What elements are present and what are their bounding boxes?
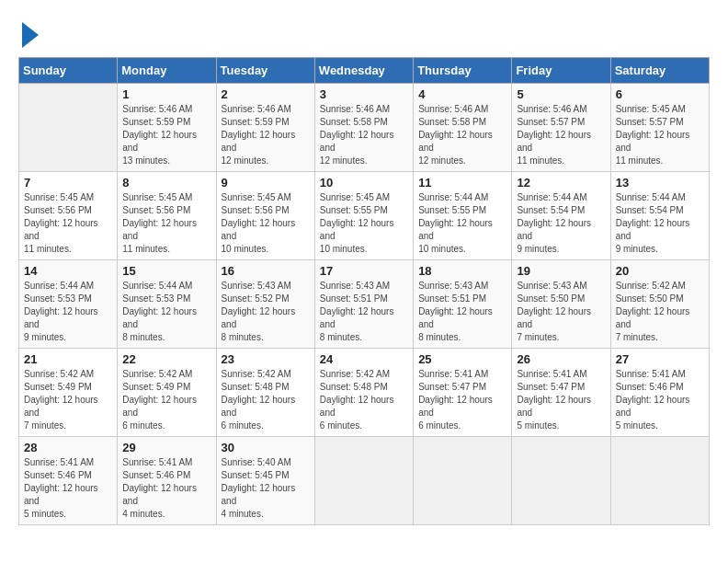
day-number: 27 [616, 352, 704, 366]
calendar-table: SundayMondayTuesdayWednesdayThursdayFrid… [18, 57, 710, 525]
week-row-4: 21Sunrise: 5:42 AMSunset: 5:49 PMDayligh… [19, 349, 710, 437]
day-info: Sunrise: 5:45 AMSunset: 5:56 PMDaylight:… [24, 191, 112, 256]
day-info: Sunrise: 5:45 AMSunset: 5:57 PMDaylight:… [616, 103, 704, 167]
calendar-cell: 6Sunrise: 5:45 AMSunset: 5:57 PMDaylight… [610, 84, 709, 172]
weekday-header-sunday: Sunday [19, 58, 118, 84]
logo-arrow-icon [22, 22, 39, 48]
calendar-cell: 22Sunrise: 5:42 AMSunset: 5:49 PMDayligh… [118, 349, 216, 437]
day-number: 16 [222, 264, 310, 278]
calendar-cell: 11Sunrise: 5:44 AMSunset: 5:55 PMDayligh… [414, 172, 512, 260]
calendar-cell: 3Sunrise: 5:46 AMSunset: 5:58 PMDaylight… [314, 84, 413, 172]
day-number: 24 [320, 352, 408, 366]
calendar-cell [414, 437, 512, 525]
day-info: Sunrise: 5:42 AMSunset: 5:50 PMDaylight:… [616, 280, 704, 344]
calendar-cell: 28Sunrise: 5:41 AMSunset: 5:46 PMDayligh… [19, 437, 118, 525]
week-row-2: 7Sunrise: 5:45 AMSunset: 5:56 PMDaylight… [19, 172, 710, 260]
day-number: 30 [222, 441, 310, 454]
day-number: 22 [122, 352, 210, 366]
day-number: 26 [517, 352, 605, 366]
day-number: 11 [418, 176, 506, 190]
day-number: 3 [320, 87, 408, 101]
week-row-5: 28Sunrise: 5:41 AMSunset: 5:46 PMDayligh… [19, 437, 710, 525]
calendar-cell: 7Sunrise: 5:45 AMSunset: 5:56 PMDaylight… [19, 172, 118, 260]
calendar-cell: 9Sunrise: 5:45 AMSunset: 5:56 PMDaylight… [216, 172, 314, 260]
calendar-cell [19, 84, 118, 172]
day-info: Sunrise: 5:41 AMSunset: 5:46 PMDaylight:… [122, 456, 210, 521]
weekday-header-tuesday: Tuesday [216, 58, 314, 84]
day-info: Sunrise: 5:42 AMSunset: 5:48 PMDaylight:… [222, 368, 310, 432]
day-number: 4 [418, 87, 506, 101]
weekday-header-wednesday: Wednesday [314, 58, 413, 84]
calendar-cell: 2Sunrise: 5:46 AMSunset: 5:59 PMDaylight… [216, 84, 314, 172]
day-number: 25 [418, 352, 506, 366]
calendar-cell: 18Sunrise: 5:43 AMSunset: 5:51 PMDayligh… [414, 260, 512, 349]
day-info: Sunrise: 5:46 AMSunset: 5:59 PMDaylight:… [122, 103, 210, 167]
calendar-cell: 8Sunrise: 5:45 AMSunset: 5:56 PMDaylight… [118, 172, 216, 260]
calendar-cell: 14Sunrise: 5:44 AMSunset: 5:53 PMDayligh… [19, 260, 118, 349]
day-info: Sunrise: 5:46 AMSunset: 5:58 PMDaylight:… [320, 103, 408, 167]
day-info: Sunrise: 5:44 AMSunset: 5:55 PMDaylight:… [418, 191, 506, 256]
day-number: 9 [222, 176, 310, 190]
day-info: Sunrise: 5:46 AMSunset: 5:58 PMDaylight:… [418, 103, 506, 167]
calendar-cell: 1Sunrise: 5:46 AMSunset: 5:59 PMDaylight… [118, 84, 216, 172]
calendar-cell: 13Sunrise: 5:44 AMSunset: 5:54 PMDayligh… [610, 172, 709, 260]
day-info: Sunrise: 5:44 AMSunset: 5:54 PMDaylight:… [517, 191, 605, 256]
day-number: 14 [24, 264, 112, 278]
day-number: 23 [222, 352, 310, 366]
calendar-cell: 4Sunrise: 5:46 AMSunset: 5:58 PMDaylight… [414, 84, 512, 172]
day-number: 13 [616, 176, 704, 190]
day-info: Sunrise: 5:44 AMSunset: 5:53 PMDaylight:… [122, 280, 210, 344]
day-info: Sunrise: 5:45 AMSunset: 5:56 PMDaylight:… [122, 191, 210, 256]
day-info: Sunrise: 5:46 AMSunset: 5:57 PMDaylight:… [517, 103, 605, 167]
day-number: 1 [122, 87, 210, 101]
day-info: Sunrise: 5:40 AMSunset: 5:45 PMDaylight:… [222, 456, 310, 521]
calendar-cell: 23Sunrise: 5:42 AMSunset: 5:48 PMDayligh… [216, 349, 314, 437]
calendar-cell: 25Sunrise: 5:41 AMSunset: 5:47 PMDayligh… [414, 349, 512, 437]
weekday-header-saturday: Saturday [610, 58, 709, 84]
calendar-cell: 5Sunrise: 5:46 AMSunset: 5:57 PMDaylight… [512, 84, 610, 172]
day-info: Sunrise: 5:41 AMSunset: 5:47 PMDaylight:… [517, 368, 605, 432]
day-number: 21 [24, 352, 112, 366]
day-info: Sunrise: 5:46 AMSunset: 5:59 PMDaylight:… [222, 103, 310, 167]
day-info: Sunrise: 5:45 AMSunset: 5:55 PMDaylight:… [320, 191, 408, 256]
day-info: Sunrise: 5:43 AMSunset: 5:51 PMDaylight:… [320, 280, 408, 344]
calendar-cell: 17Sunrise: 5:43 AMSunset: 5:51 PMDayligh… [314, 260, 413, 349]
calendar-cell: 21Sunrise: 5:42 AMSunset: 5:49 PMDayligh… [19, 349, 118, 437]
day-info: Sunrise: 5:43 AMSunset: 5:51 PMDaylight:… [418, 280, 506, 344]
calendar-cell [512, 437, 610, 525]
calendar-cell: 29Sunrise: 5:41 AMSunset: 5:46 PMDayligh… [118, 437, 216, 525]
day-number: 12 [517, 176, 605, 190]
calendar-cell: 19Sunrise: 5:43 AMSunset: 5:50 PMDayligh… [512, 260, 610, 349]
page-header [18, 18, 710, 48]
day-number: 5 [517, 87, 605, 101]
calendar-cell: 16Sunrise: 5:43 AMSunset: 5:52 PMDayligh… [216, 260, 314, 349]
calendar-cell: 20Sunrise: 5:42 AMSunset: 5:50 PMDayligh… [610, 260, 709, 349]
calendar-cell [314, 437, 413, 525]
day-info: Sunrise: 5:45 AMSunset: 5:56 PMDaylight:… [222, 191, 310, 256]
day-info: Sunrise: 5:41 AMSunset: 5:47 PMDaylight:… [418, 368, 506, 432]
day-number: 10 [320, 176, 408, 190]
day-number: 6 [616, 87, 704, 101]
day-info: Sunrise: 5:41 AMSunset: 5:46 PMDaylight:… [24, 456, 112, 521]
day-info: Sunrise: 5:43 AMSunset: 5:50 PMDaylight:… [517, 280, 605, 344]
day-number: 15 [122, 264, 210, 278]
weekday-header-friday: Friday [512, 58, 610, 84]
day-number: 19 [517, 264, 605, 278]
week-row-3: 14Sunrise: 5:44 AMSunset: 5:53 PMDayligh… [19, 260, 710, 349]
calendar-cell: 12Sunrise: 5:44 AMSunset: 5:54 PMDayligh… [512, 172, 610, 260]
week-row-1: 1Sunrise: 5:46 AMSunset: 5:59 PMDaylight… [19, 84, 710, 172]
calendar-cell: 26Sunrise: 5:41 AMSunset: 5:47 PMDayligh… [512, 349, 610, 437]
calendar-cell: 27Sunrise: 5:41 AMSunset: 5:46 PMDayligh… [610, 349, 709, 437]
weekday-header-monday: Monday [118, 58, 216, 84]
day-number: 20 [616, 264, 704, 278]
calendar-cell [610, 437, 709, 525]
calendar-cell: 10Sunrise: 5:45 AMSunset: 5:55 PMDayligh… [314, 172, 413, 260]
calendar-cell: 15Sunrise: 5:44 AMSunset: 5:53 PMDayligh… [118, 260, 216, 349]
day-info: Sunrise: 5:42 AMSunset: 5:49 PMDaylight:… [24, 368, 112, 432]
calendar-cell: 24Sunrise: 5:42 AMSunset: 5:48 PMDayligh… [314, 349, 413, 437]
day-number: 29 [122, 441, 210, 454]
day-number: 2 [222, 87, 310, 101]
day-number: 28 [24, 441, 112, 454]
day-number: 8 [122, 176, 210, 190]
day-number: 7 [24, 176, 112, 190]
